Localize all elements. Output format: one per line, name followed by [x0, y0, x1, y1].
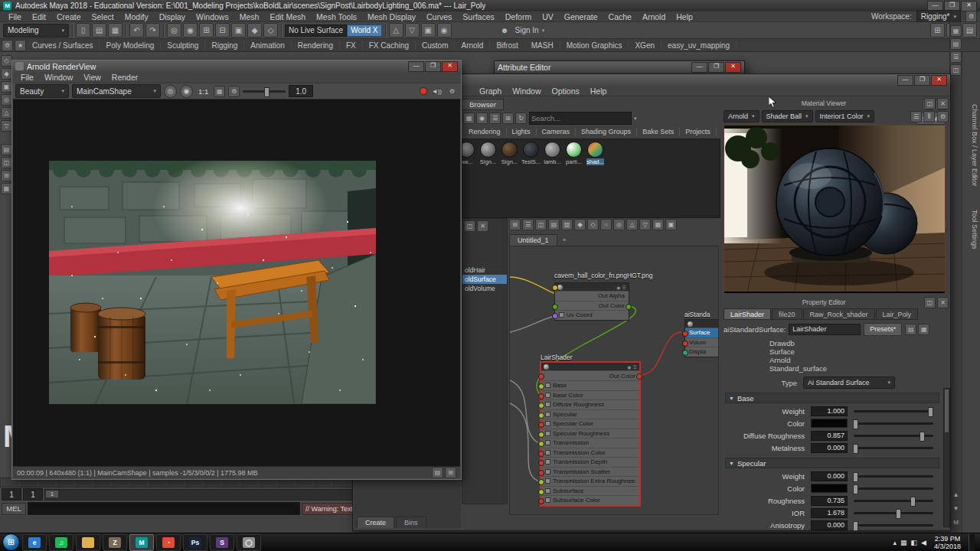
taskbar-app-button[interactable]: [76, 534, 100, 551]
selection-mask-icon[interactable]: ◎: [167, 23, 181, 37]
material-swatch[interactable]: lamb...: [543, 142, 562, 165]
slider-handle[interactable]: [928, 407, 933, 417]
viewer-control-icon[interactable]: Ⅱ: [923, 111, 935, 122]
menu-item[interactable]: Deform: [500, 12, 537, 21]
browser-tab[interactable]: Browser: [462, 99, 504, 110]
shelf-menu-icon[interactable]: ⚙: [2, 40, 13, 51]
dock-arrow-icon[interactable]: ▼: [950, 503, 962, 514]
exposure-field[interactable]: 1.0: [289, 85, 313, 97]
selection-mask-icon[interactable]: ◇: [263, 23, 278, 37]
material-swatch[interactable]: TestS...: [521, 142, 541, 165]
input-port[interactable]: [538, 451, 544, 457]
snapshot-icon[interactable]: ◎: [164, 85, 177, 98]
layout-shortcut-icon[interactable]: ▤: [1, 144, 12, 155]
node-port-row[interactable]: Transmission Extra Roughness: [541, 476, 639, 486]
panel-control-icon[interactable]: ✕: [937, 297, 949, 308]
attr-slider[interactable]: [854, 475, 933, 478]
node-editor-icon[interactable]: ◆: [574, 219, 586, 230]
slider-handle[interactable]: [896, 509, 901, 519]
camera-selector[interactable]: MainCamShape▾: [72, 84, 161, 98]
attr-slider[interactable]: [854, 422, 933, 425]
input-port[interactable]: [538, 393, 544, 399]
attr-value-field[interactable]: 0.000: [811, 443, 848, 453]
add-tab-icon[interactable]: +: [559, 234, 570, 246]
input-port[interactable]: [538, 441, 544, 447]
node-editor-icon[interactable]: △: [626, 219, 638, 230]
node-menu-icon[interactable]: ☰: [633, 364, 637, 370]
shelf-tab[interactable]: XGen: [629, 41, 662, 50]
out-color-row[interactable]: Out Color: [555, 301, 629, 311]
node-port-row[interactable]: Transmission Scatter: [541, 467, 639, 477]
shelf-tab[interactable]: easy_uv_mapping: [662, 41, 737, 50]
tray-icon[interactable]: ▴: [893, 539, 897, 546]
file-toolbar-icon[interactable]: ▦: [108, 23, 122, 37]
output-port[interactable]: [636, 373, 642, 380]
renderview-menu-item[interactable]: Window: [39, 73, 78, 82]
file-node[interactable]: ◉☰ Out Alpha Out Color Uv Coord: [554, 282, 629, 321]
slider-handle[interactable]: [910, 497, 916, 507]
node-port-row[interactable]: Base Color: [541, 390, 639, 400]
menu-item[interactable]: Surfaces: [457, 12, 499, 21]
dock-arrow-icon[interactable]: M: [950, 517, 962, 528]
property-tab[interactable]: file20: [772, 308, 802, 320]
menu-item[interactable]: File: [3, 12, 27, 21]
attr-slider[interactable]: [854, 487, 933, 490]
attribute-editor-titlebar[interactable]: Attribute Editor — ❐ ✕: [495, 61, 744, 73]
node-editor-icon[interactable]: ▽: [639, 219, 651, 230]
attr-slider[interactable]: [854, 512, 933, 514]
node-port-row[interactable]: Transmission: [541, 438, 639, 448]
renderview-menu-item[interactable]: File: [15, 73, 39, 82]
tool-icon[interactable]: ◇: [1, 55, 12, 67]
menu-item[interactable]: Mesh Display: [362, 12, 421, 21]
taskbar-app-button[interactable]: Ps: [183, 534, 207, 551]
minimize-button[interactable]: —: [691, 62, 707, 73]
slider-handle[interactable]: [853, 521, 858, 531]
tool-icon[interactable]: △: [1, 107, 12, 119]
list-item[interactable]: oldVolume: [462, 284, 507, 293]
taskbar-app-button[interactable]: e: [22, 534, 47, 551]
base-section-header[interactable]: ▼ Base: [725, 393, 939, 403]
attr-slider[interactable]: [854, 435, 933, 437]
scrollbar[interactable]: [943, 388, 950, 527]
live-surface-field[interactable]: No Live Surface: [285, 24, 347, 37]
menu-item[interactable]: Edit Mesh: [264, 12, 311, 21]
type-selector[interactable]: Ai Standard Surface ▾: [803, 377, 895, 389]
menu-item[interactable]: UV: [537, 12, 559, 21]
layout-toolbar-icon[interactable]: ▤: [962, 23, 977, 37]
list-item[interactable]: oldSurface: [462, 275, 507, 284]
exposure-slider[interactable]: [243, 90, 286, 93]
shader-node-header[interactable]: ◉☰: [541, 363, 639, 370]
display-settings-icon[interactable]: ⚙: [228, 86, 240, 97]
zoom-1-1-button[interactable]: 1:1: [196, 87, 211, 96]
tool-icon[interactable]: ▽: [1, 120, 12, 132]
menu-item[interactable]: Modify: [119, 12, 154, 21]
taskbar-app-button[interactable]: ◯: [237, 534, 261, 551]
node-port-row[interactable]: Displa: [685, 347, 719, 357]
command-language-toggle[interactable]: MEL: [2, 503, 26, 515]
attr-slider[interactable]: [854, 447, 933, 449]
shelf-menu-icon[interactable]: ★: [15, 40, 26, 51]
input-port[interactable]: [538, 489, 544, 495]
range-slider-handle[interactable]: 1: [46, 491, 58, 497]
slider-handle[interactable]: [920, 432, 925, 442]
bins-tab[interactable]: Bins: [396, 517, 426, 528]
property-tab[interactable]: Lair_Poly: [876, 308, 919, 320]
input-port[interactable]: [682, 350, 688, 356]
attr-value-field[interactable]: 1.000: [811, 406, 848, 416]
menu-item[interactable]: Arnold: [637, 12, 671, 21]
taskbar-clock[interactable]: 2:39 PM 4/3/2018: [930, 535, 965, 550]
range-start-field[interactable]: [2, 488, 21, 500]
tray-icon[interactable]: ▦: [900, 539, 907, 546]
node-port-row[interactable]: Surface: [685, 328, 719, 337]
layout-shortcut-icon[interactable]: ⊞: [1, 170, 12, 181]
dock-icon[interactable]: ▤: [950, 38, 962, 50]
color-swatch[interactable]: [811, 484, 848, 493]
undo-redo-icon[interactable]: ↷: [145, 23, 160, 37]
selection-mask-icon[interactable]: ⊟: [215, 23, 230, 37]
panel-control-icon[interactable]: ◫: [464, 220, 475, 232]
aov-selector[interactable]: Beauty▾: [15, 84, 69, 98]
tray-icon[interactable]: ◀: [921, 539, 926, 546]
node-editor-icon[interactable]: ▣: [665, 219, 677, 230]
node-editor-icon[interactable]: ▥: [561, 219, 573, 230]
attr-value-field[interactable]: 0.000: [811, 520, 848, 530]
